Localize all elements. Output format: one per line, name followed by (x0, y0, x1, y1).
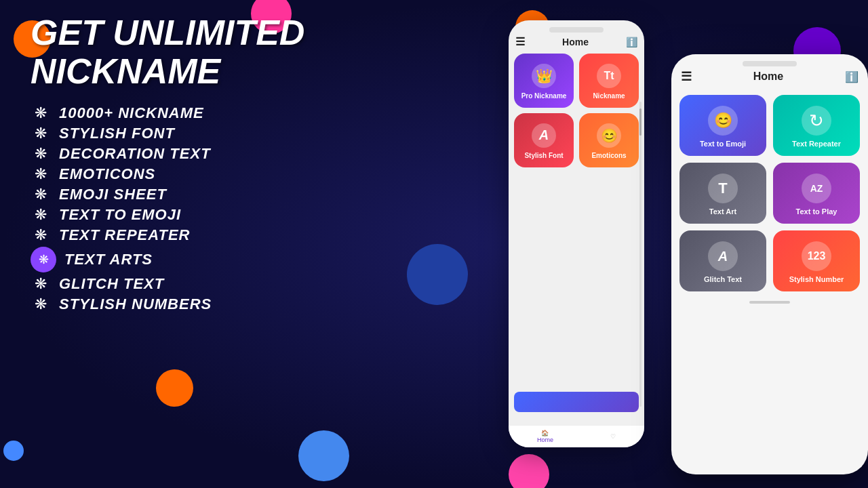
phone-back-grid: 👑 Pro Nickname Tt Nickname A Stylish Fon… (509, 51, 644, 170)
home-label-back: Home (537, 436, 553, 443)
feature-item-repeater: ❋ TEXT REPEATER (31, 226, 431, 244)
feature-list: ❋ 10000+ NICKNAME ❋ STYLISH FONT ❋ DECOR… (31, 104, 431, 313)
feature-icon-wrap-arts: ❋ (31, 247, 56, 272)
blue-bar (514, 392, 639, 412)
feature-item-nickname: ❋ 10000+ NICKNAME (31, 104, 431, 122)
feature-item-arts: ❋ TEXT ARTS (31, 247, 431, 272)
feature-icon-font: ❋ (31, 125, 51, 142)
deco-circle-blue-botl (3, 441, 24, 461)
left-content: GET UNLIMITED NICKNAME ❋ 10000+ NICKNAME… (31, 14, 431, 313)
feature-label-font: STYLISH FONT (59, 125, 175, 142)
phone-front-menu-icon: ☰ (681, 69, 692, 84)
glitch-text-icon: A (708, 241, 738, 271)
nav-fav-back[interactable]: ♡ (610, 433, 616, 440)
text-art-label: Text Art (709, 207, 736, 216)
feature-icon-nickname: ❋ (31, 104, 51, 122)
tile-pro-nickname[interactable]: 👑 Pro Nickname (514, 54, 574, 108)
feature-label-arts: TEXT ARTS (64, 251, 153, 268)
stylish-number-label: Stylish Number (789, 275, 844, 283)
tile-text-repeater-front[interactable]: ↻ Text Repeater (773, 95, 860, 156)
feature-icon-emoticons: ❋ (31, 165, 51, 183)
stylish-font-icon: A (532, 123, 556, 148)
phone-back-title: Home (562, 37, 589, 47)
feature-icon-repeater: ❋ (31, 226, 51, 244)
phone-front-title: Home (753, 70, 783, 83)
phone-back-notch (549, 27, 604, 33)
text-repeater-icon: ↻ (802, 106, 831, 136)
emoticons-back-label: Emoticons (591, 152, 626, 159)
text-repeater-label: Text Repeater (792, 140, 841, 148)
tile-stylish-number-front[interactable]: 123 Stylish Number (773, 230, 860, 291)
feature-item-decoration: ❋ DECORATION TEXT (31, 145, 431, 163)
phone-front-info-icon: ℹ️ (845, 70, 859, 83)
feature-label-glitch: GLITCH TEXT (59, 275, 164, 293)
phone-front-home-indicator (749, 301, 790, 304)
feature-icon-emoji-sheet: ❋ (31, 186, 51, 203)
feature-label-nickname: 10000+ NICKNAME (59, 104, 204, 122)
page-title: GET UNLIMITED NICKNAME (31, 14, 431, 91)
feature-icon-text-emoji: ❋ (31, 206, 51, 224)
tile-glitch-text-front[interactable]: A Glitch Text (679, 230, 766, 291)
deco-circle-blue-botm (298, 430, 349, 481)
text-play-label: Text to Play (796, 207, 837, 216)
phone-back-menu-icon: ☰ (515, 35, 525, 48)
feature-label-emoji-sheet: EMOJI SHEET (59, 186, 167, 203)
glitch-text-label: Glitch Text (704, 275, 742, 283)
pro-nickname-icon: 👑 (532, 64, 556, 88)
feature-label-decoration: DECORATION TEXT (59, 145, 211, 163)
feature-label-repeater: TEXT REPEATER (59, 226, 191, 244)
phone-front-header: ☰ Home ℹ️ (671, 66, 868, 89)
phone-back-header: ☰ Home ℹ️ (509, 33, 644, 51)
phone-front-notch (743, 61, 797, 66)
text-to-emoji-label: Text to Emoji (700, 140, 746, 148)
feature-label-emoticons: EMOTICONS (59, 165, 155, 183)
feature-item-numbers: ❋ STYLISH NUMBERS (31, 296, 431, 313)
feature-item-text-emoji: ❋ TEXT TO EMOJI (31, 206, 431, 224)
scroll-indicator (639, 102, 642, 407)
tile-text-to-emoji-front[interactable]: 😊 Text to Emoji (679, 95, 766, 156)
tile-text-play-front[interactable]: AZ Text to Play (773, 163, 860, 224)
stylish-number-icon: 123 (802, 241, 831, 271)
tile-stylish-font[interactable]: A Stylish Font (514, 113, 574, 167)
nickname-icon: Tt (597, 64, 621, 88)
home-icon-back: 🏠 (541, 430, 549, 436)
fav-icon-back: ♡ (610, 433, 616, 440)
tile-emoticons-back[interactable]: 😊 Emoticons (579, 113, 639, 167)
tile-text-art-front[interactable]: T Text Art (679, 163, 766, 224)
deco-circle-orange-bot (156, 369, 193, 407)
tile-nickname[interactable]: Tt Nickname (579, 54, 639, 108)
phone-front: ☰ Home ℹ️ 😊 Text to Emoji ↻ Text Repeate… (671, 54, 868, 474)
scroll-thumb (639, 108, 642, 136)
feature-icon-decoration: ❋ (31, 145, 51, 163)
feature-item-emoji-sheet: ❋ EMOJI SHEET (31, 186, 431, 203)
feature-icon-numbers: ❋ (31, 296, 51, 313)
phones-container: ☰ Home ℹ️ 👑 Pro Nickname Tt Nickname A S… (509, 0, 868, 488)
text-art-icon: T (708, 174, 738, 203)
phone-back-bottom-nav: 🏠 Home ♡ (509, 425, 644, 447)
stylish-font-label: Stylish Font (524, 152, 563, 159)
feature-item-glitch: ❋ GLITCH TEXT (31, 275, 431, 293)
phone-back: ☰ Home ℹ️ 👑 Pro Nickname Tt Nickname A S… (509, 20, 644, 447)
emoticons-back-icon: 😊 (597, 123, 621, 148)
text-to-emoji-icon: 😊 (708, 106, 738, 136)
phone-front-grid: 😊 Text to Emoji ↻ Text Repeater T Text A… (671, 89, 868, 297)
text-play-icon: AZ (802, 174, 831, 203)
nav-home-back[interactable]: 🏠 Home (537, 430, 553, 443)
feature-item-emoticons: ❋ EMOTICONS (31, 165, 431, 183)
feature-icon-glitch: ❋ (31, 275, 51, 293)
feature-item-font: ❋ STYLISH FONT (31, 125, 431, 142)
phone-back-info-icon: ℹ️ (626, 37, 637, 47)
nickname-label: Nickname (593, 92, 625, 100)
feature-icon-arts: ❋ (33, 252, 54, 267)
pro-nickname-label: Pro Nickname (521, 92, 567, 100)
feature-label-text-emoji: TEXT TO EMOJI (59, 206, 181, 224)
feature-label-numbers: STYLISH NUMBERS (59, 296, 212, 313)
